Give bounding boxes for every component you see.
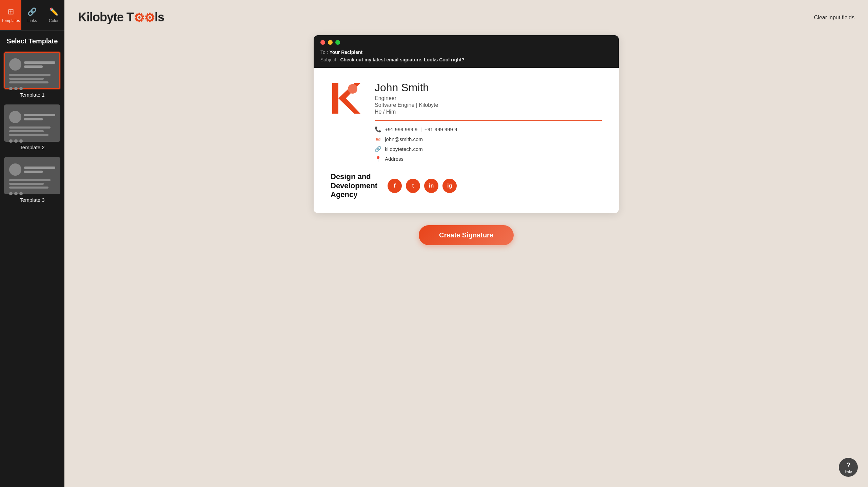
thumb-line-1 (24, 61, 55, 64)
create-signature-button[interactable]: Create Signature (419, 225, 514, 245)
email-value: john@smith.com (385, 136, 423, 142)
sig-pronouns: He / Him (375, 109, 602, 115)
sig-name: John Smith (375, 81, 602, 94)
sig-bottom: Design andDevelopmentAgency f t in ig (331, 172, 602, 199)
to-label: To : (320, 50, 328, 55)
thumb-bottom-3 (9, 179, 55, 189)
window-dots (320, 40, 612, 45)
header: Kilobyte T⚙⚙ls Clear input fields (78, 10, 854, 25)
gear-icon-2: ⚙ (144, 11, 155, 25)
thumb-line-4 (24, 118, 43, 120)
email-window: To : Your Recipient Subject : Check out … (314, 35, 619, 213)
signature-card: John Smith Engineer Software Engine | Ki… (314, 68, 619, 213)
nav-item-templates[interactable]: ⊞ Templates (0, 0, 21, 31)
thumb-dot-9 (19, 192, 23, 195)
nav-item-color[interactable]: ✏️ Color (43, 0, 64, 31)
template-preview-2 (4, 104, 60, 142)
sig-role: Engineer (375, 95, 602, 101)
template-preview-1 (4, 52, 60, 89)
kilobyte-logo-svg (331, 81, 361, 115)
social-linkedin[interactable]: in (424, 179, 438, 193)
email-to-line: To : Your Recipient (320, 50, 612, 55)
email-icon: ✉ (375, 136, 381, 142)
clear-input-button[interactable]: Clear input fields (814, 15, 854, 21)
phone-icon: 📞 (375, 126, 381, 133)
thumb-bottom-line-5 (9, 130, 44, 132)
thumb-circle (9, 58, 21, 71)
social-facebook[interactable]: f (388, 179, 402, 193)
agency-name: Design andDevelopmentAgency (331, 172, 377, 199)
sig-divider (375, 120, 602, 121)
create-button-wrap: Create Signature (78, 225, 854, 245)
thumb-lines-2 (24, 114, 55, 120)
contact-phone: 📞 +91 999 999 9 | +91 999 999 9 (375, 126, 602, 133)
thumb-bottom-line-7 (9, 179, 51, 181)
phone2-value: +91 999 999 9 (425, 126, 457, 132)
template-label-3: Template 3 (4, 197, 60, 203)
sidebar-nav: ⊞ Templates 🔗 Links ✏️ Color (0, 0, 64, 31)
help-icon: ? (846, 461, 850, 469)
thumb-line-3 (24, 114, 55, 116)
template-item-1[interactable]: Template 1 (4, 52, 60, 98)
thumb-bottom-line-1 (9, 74, 51, 76)
sig-top: John Smith Engineer Software Engine | Ki… (331, 81, 602, 162)
thumb-bottom-2 (9, 126, 55, 136)
thumb-line-2 (24, 65, 43, 68)
template-item-2[interactable]: Template 2 (4, 104, 60, 150)
sig-company: Software Engine | Kilobyte (375, 102, 602, 108)
thumb-dot-8 (14, 192, 18, 195)
thumb-dot-2 (14, 87, 18, 90)
phone1-value: +91 999 999 9 (385, 126, 417, 132)
subject-label: Subject : (320, 57, 339, 62)
thumb-bottom-line-9 (9, 187, 48, 189)
nav-item-links[interactable]: 🔗 Links (21, 0, 43, 31)
nav-label-color: Color (49, 18, 59, 23)
help-button[interactable]: ? Help (839, 458, 858, 477)
window-chrome: To : Your Recipient Subject : Check out … (314, 35, 619, 68)
sidebar-content: Select Template (0, 31, 64, 487)
help-label: Help (845, 470, 852, 473)
sidebar: ⊞ Templates 🔗 Links ✏️ Color Select Temp… (0, 0, 64, 487)
contact-website: 🔗 kilobytetech.com (375, 146, 602, 152)
color-icon: ✏️ (49, 7, 58, 16)
contact-email: ✉ john@smith.com (375, 136, 602, 142)
thumb-dot-5 (14, 139, 18, 143)
social-instagram[interactable]: ig (442, 179, 457, 193)
template-item-3[interactable]: Template 3 (4, 157, 60, 203)
svg-rect-0 (332, 83, 338, 114)
template-preview-3 (4, 157, 60, 194)
thumb-bottom (9, 74, 55, 83)
website-icon: 🔗 (375, 146, 381, 152)
main-content: Kilobyte T⚙⚙ls Clear input fields To : Y… (64, 0, 868, 487)
subject-value: Check out my latest email signature. Loo… (340, 57, 464, 62)
thumb-dot-6 (19, 139, 23, 143)
thumb-line-6 (24, 171, 43, 173)
sig-info: John Smith Engineer Software Engine | Ki… (375, 81, 602, 162)
thumb-dot-7 (9, 192, 13, 195)
thumb-bottom-line-4 (9, 126, 51, 129)
phone-value: +91 999 999 9 | +91 999 999 9 (385, 126, 457, 132)
template-label-2: Template 2 (4, 144, 60, 150)
social-icons: f t in ig (388, 179, 457, 193)
dot-green (335, 40, 340, 45)
thumb-dot-3 (19, 87, 23, 90)
links-icon: 🔗 (27, 7, 37, 16)
dot-yellow (328, 40, 333, 45)
to-value: Your Recipient (329, 50, 362, 55)
location-icon: 📍 (375, 156, 381, 162)
dot-red (320, 40, 325, 45)
thumb-circle-2 (9, 111, 21, 123)
sig-contacts: 📞 +91 999 999 9 | +91 999 999 9 ✉ john@s… (375, 126, 602, 162)
thumb-lines (24, 61, 55, 68)
email-subject-line: Subject : Check out my latest email sign… (320, 57, 612, 68)
thumb-bottom-line-6 (9, 134, 48, 136)
thumb-bottom-line-3 (9, 81, 48, 83)
svg-point-1 (348, 84, 357, 94)
website-value: kilobytetech.com (385, 146, 423, 152)
social-twitter[interactable]: t (406, 179, 420, 193)
thumb-dots-3 (9, 192, 23, 195)
sidebar-title: Select Template (4, 37, 60, 45)
address-value: Address (385, 156, 403, 162)
nav-label-templates: Templates (1, 18, 20, 23)
thumb-circle-3 (9, 163, 21, 176)
